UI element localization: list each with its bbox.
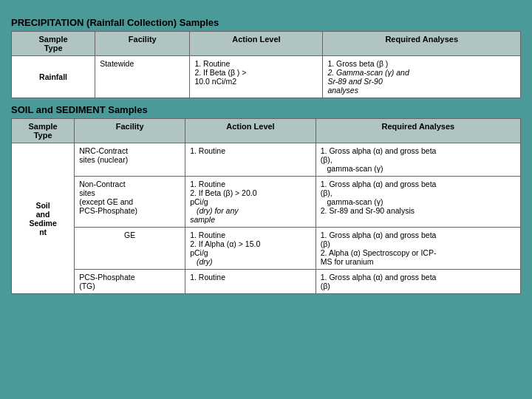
table-row-ge: GE 1. Routine 2. If Alpha (α) > 15.0 pCi… xyxy=(12,228,521,270)
table-row-noncontract: Non-Contractsites(except GE andPCS-Phosp… xyxy=(12,177,521,228)
col-header-facility: Facility xyxy=(95,32,190,56)
section1-title: PRECIPITATION (Rainfall Collection) Samp… xyxy=(11,17,521,28)
facility-noncontract: Non-Contractsites(except GE andPCS-Phosp… xyxy=(75,177,185,228)
facility-ge: GE xyxy=(75,228,185,270)
col-header-required-analyses: Required Analyses xyxy=(323,32,521,56)
table-row: Rainfall Statewide 1. Routine 2. If Beta… xyxy=(12,56,521,98)
sample-type-rainfall: Rainfall xyxy=(12,56,95,98)
col2-header-facility: Facility xyxy=(75,119,185,143)
action-pcs: 1. Routine xyxy=(185,270,316,294)
precipitation-table: SampleType Facility Action Level Require… xyxy=(11,31,521,98)
action-nrc: 1. Routine xyxy=(185,143,316,177)
col2-header-required-analyses: Required Analyses xyxy=(316,119,520,143)
action-level-rainfall: 1. Routine 2. If Beta (β ) > 10.0 nCi/m2 xyxy=(190,56,323,98)
facility-nrc: NRC-Contractsites (nuclear) xyxy=(75,143,185,177)
required-nrc: 1. Gross alpha (α) and gross beta (β), g… xyxy=(316,143,520,177)
col-header-sample-type: SampleType xyxy=(12,32,95,56)
table-row-nrc: SoilandSediment NRC-Contractsites (nucle… xyxy=(12,143,521,177)
col2-header-sample-type: SampleType xyxy=(12,119,75,143)
action-noncontract: 1. Routine 2. If Beta (β) > 20.0 pCi/g (… xyxy=(185,177,316,228)
section2-title: SOIL and SEDIMENT Samples xyxy=(11,104,521,115)
required-analyses-rainfall: 1. Gross beta (β ) 2. Gamma-scan (γ) and… xyxy=(323,56,521,98)
required-pcs: 1. Gross alpha (α) and gross beta (β) xyxy=(316,270,520,294)
table-row-pcs: PCS-Phosphate(TG) 1. Routine 1. Gross al… xyxy=(12,270,521,294)
col2-header-action-level: Action Level xyxy=(185,119,316,143)
page-container: PRECIPITATION (Rainfall Collection) Samp… xyxy=(7,7,525,304)
required-ge: 1. Gross alpha (α) and gross beta (β) 2.… xyxy=(316,228,520,270)
facility-pcs: PCS-Phosphate(TG) xyxy=(75,270,185,294)
required-noncontract: 1. Gross alpha (α) and gross beta (β), g… xyxy=(316,177,520,228)
col-header-action-level: Action Level xyxy=(190,32,323,56)
facility-statewide: Statewide xyxy=(95,56,190,98)
soil-sediment-table: SampleType Facility Action Level Require… xyxy=(11,118,521,294)
sample-type-soil: SoilandSediment xyxy=(12,143,75,294)
action-ge: 1. Routine 2. If Alpha (α) > 15.0 pCi/g … xyxy=(185,228,316,270)
